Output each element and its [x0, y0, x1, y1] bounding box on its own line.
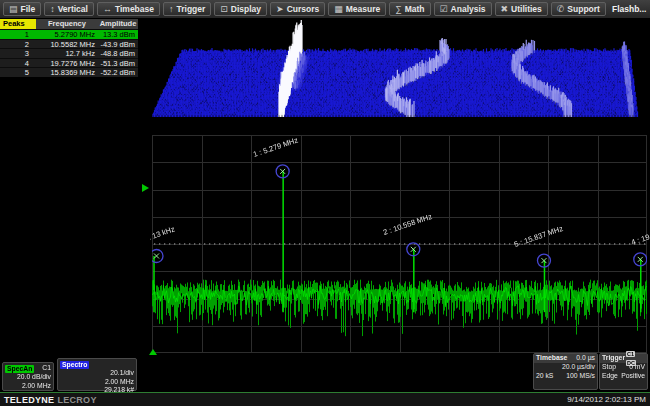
spectro-span: 2.00 MHz — [60, 378, 134, 387]
trigger-mode: Stop — [602, 363, 616, 372]
menu-file-label: File — [21, 4, 36, 14]
trigger-type: Edge — [602, 372, 618, 381]
table-row[interactable]: 3 12.7 kHz -48.8 dBm — [0, 48, 138, 58]
file-icon: ▤ — [9, 5, 18, 14]
amplitude-header-cell: Amplitude — [98, 19, 138, 29]
trigger-source-badge: C1 — [626, 351, 635, 357]
menu-vertical-label: Vertical — [58, 4, 88, 14]
trigger-level: 0 mV — [629, 363, 645, 372]
trigger-title: Trigger — [602, 354, 625, 363]
specan-label: SpecAn — [5, 365, 34, 373]
menu-cursors[interactable]: ➤Cursors — [270, 2, 325, 16]
spectrum-trace-canvas — [152, 135, 647, 353]
analysis-icon: ☑ — [440, 5, 448, 14]
timebase-icon: ↔ — [103, 5, 112, 14]
table-row[interactable]: 4 19.7276 MHz -51.3 dBm — [0, 58, 138, 68]
peak-amplitude: -51.3 dBm — [98, 59, 138, 69]
vertical-icon: ↕ — [50, 5, 55, 14]
peak-number: 4 — [0, 59, 36, 69]
spectro-scale: 20.1/div — [60, 369, 134, 378]
table-row[interactable]: 2 10.5582 MHz -43.9 dBm — [0, 39, 138, 49]
menu-display-label: Display — [231, 4, 261, 14]
peak-frequency: 12.7 kHz — [36, 49, 98, 59]
menu-timebase-label: Timebase — [115, 4, 154, 14]
menu-trigger-label: Trigger — [176, 4, 205, 14]
frequency-header-cell: Frequency — [36, 19, 98, 29]
peak-frequency: 10.5582 MHz — [36, 40, 98, 50]
menu-math[interactable]: ∑Math — [389, 2, 430, 16]
utilities-icon: ✖ — [501, 5, 509, 14]
menu-measure[interactable]: ▦Measure — [328, 2, 386, 16]
spectro-descriptor-box[interactable]: Spectro 20.1/div 2.00 MHz 29.218 k# — [57, 358, 137, 391]
trigger-delay-indicator[interactable] — [149, 349, 157, 355]
brand-primary: TELEDYNE — [4, 395, 54, 405]
timebase-descriptor-box[interactable]: Timebase 0.0 µs 20.0 µs/div 20 kS 100 MS… — [533, 353, 598, 390]
spectrum-plot: 1 : 5.279 MHz 2 : 10.558 MHz 3 : 13 kHz … — [150, 132, 650, 358]
trigger-icon: ↑ — [169, 5, 174, 14]
peak-number: 2 — [0, 40, 36, 50]
peak-frequency: 19.7276 MHz — [36, 59, 98, 69]
peak-amplitude: -43.9 dBm — [98, 40, 138, 50]
peak-number: 3 — [0, 49, 36, 59]
timebase-offset: 0.0 µs — [576, 354, 595, 363]
specan-scale: 20.0 dB/div — [5, 373, 51, 382]
trigger-descriptor-box[interactable]: Trigger C1 DC Stop 0 mV Edge Positive — [599, 353, 648, 390]
timebase-title: Timebase — [536, 354, 567, 363]
menu-measure-label: Measure — [346, 4, 381, 14]
timebase-scale: 20.0 µs/div — [536, 363, 595, 372]
peak-amplitude: 13.3 dBm — [98, 30, 138, 40]
cursors-icon: ➤ — [276, 5, 284, 14]
menu-vertical[interactable]: ↕Vertical — [44, 2, 94, 16]
menu-bar: ▤File ↕Vertical ↔Timebase ↑Trigger ⊡Disp… — [0, 0, 650, 18]
timebase-rate: 100 MS/s — [566, 372, 595, 381]
status-bar: TELEDYNELECROY 9/14/2012 2:02:13 PM — [0, 392, 650, 406]
peaks-table-header: Peaks Frequency Amplitude — [0, 19, 138, 29]
menu-support[interactable]: ✆Support — [551, 2, 606, 16]
menu-file[interactable]: ▤File — [3, 2, 41, 16]
spectro-label: Spectro — [60, 361, 89, 369]
specan-channel: C1 — [42, 364, 51, 373]
menu-support-label: Support — [567, 4, 600, 14]
menu-display[interactable]: ⊡Display — [214, 2, 267, 16]
peak-frequency: 5.2790 MHz — [36, 30, 98, 40]
display-icon: ⊡ — [220, 5, 228, 14]
menu-timebase[interactable]: ↔Timebase — [97, 2, 160, 16]
menu-utilities[interactable]: ✖Utilities — [495, 2, 548, 16]
peaks-table: Peaks Frequency Amplitude 1 5.2790 MHz 1… — [0, 19, 138, 77]
specan-span: 2.00 MHz — [5, 382, 51, 391]
specan-descriptor-box[interactable]: SpecAn C1 20.0 dB/div 2.00 MHz — [2, 362, 54, 391]
peak-amplitude: -52.2 dBm — [98, 68, 138, 78]
menu-cursors-label: Cursors — [287, 4, 320, 14]
peak-frequency: 15.8369 MHz — [36, 68, 98, 78]
peak-amplitude: -48.8 dBm — [98, 49, 138, 59]
timebase-samples: 20 kS — [536, 372, 553, 381]
scope-app: ▤File ↕Vertical ↔Timebase ↑Trigger ⊡Disp… — [0, 0, 650, 406]
datetime-display: 9/14/2012 2:02:13 PM — [567, 395, 646, 404]
flashback-status: Flashb... — [612, 4, 646, 14]
menu-math-label: Math — [405, 4, 425, 14]
peaks-header-cell: Peaks — [0, 19, 36, 29]
menu-analysis-label: Analysis — [451, 4, 486, 14]
trace-position-indicator[interactable] — [142, 184, 149, 192]
menu-utilities-label: Utilities — [511, 4, 542, 14]
brand-logo: TELEDYNELECROY — [4, 395, 97, 405]
spectrogram-3d-view — [150, 20, 650, 128]
measure-icon: ▦ — [334, 5, 343, 14]
brand-secondary: LECROY — [57, 395, 96, 405]
trigger-slope: Positive — [621, 372, 645, 381]
math-icon: ∑ — [395, 5, 401, 14]
table-row[interactable]: 5 15.8369 MHz -52.2 dBm — [0, 67, 138, 77]
peak-number: 5 — [0, 68, 36, 78]
peak-number: 1 — [0, 30, 36, 40]
menu-trigger[interactable]: ↑Trigger — [163, 2, 211, 16]
support-icon: ✆ — [557, 5, 565, 14]
table-row[interactable]: 1 5.2790 MHz 13.3 dBm — [0, 29, 138, 39]
menu-analysis[interactable]: ☑Analysis — [434, 2, 492, 16]
